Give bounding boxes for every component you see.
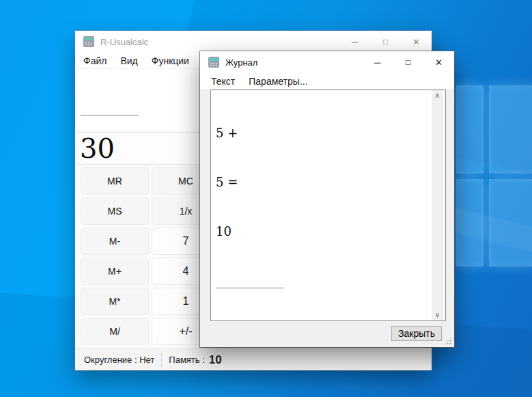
status-memory-label: Память : bbox=[169, 355, 205, 365]
windows-logo-pane bbox=[489, 179, 532, 266]
calculator-caption-buttons: ─ □ ✕ bbox=[339, 31, 432, 53]
minimize-icon[interactable]: ─ bbox=[362, 51, 393, 73]
calculator-window-title: R-Usualcalc bbox=[100, 37, 148, 47]
button-m-plus[interactable]: M+ bbox=[81, 258, 149, 285]
calculator-titlebar[interactable]: R-Usualcalc ─ □ ✕ bbox=[75, 31, 432, 53]
vertical-scrollbar[interactable]: ∧ ∨ bbox=[432, 90, 443, 320]
windows-logo-pane bbox=[489, 85, 532, 174]
journal-text-area[interactable]: 5 + 5 = 10 ___________ 10 + 20 = 30 bbox=[210, 90, 446, 321]
close-icon[interactable]: ✕ bbox=[423, 51, 454, 73]
journal-line: 5 + bbox=[216, 125, 429, 141]
journal-window-title: Журнал bbox=[225, 57, 257, 68]
menu-parameters[interactable]: Параметры... bbox=[242, 76, 314, 87]
resize-grip[interactable] bbox=[443, 336, 452, 345]
scroll-down-icon[interactable]: ∨ bbox=[435, 312, 440, 318]
menu-view[interactable]: Вид bbox=[113, 55, 144, 66]
close-icon[interactable]: ✕ bbox=[401, 31, 432, 53]
journal-line: 10 bbox=[216, 223, 429, 240]
journal-line: 5 = bbox=[216, 174, 429, 191]
button-ms[interactable]: MS bbox=[81, 197, 149, 225]
minimize-icon[interactable]: ─ bbox=[339, 31, 370, 53]
button-m-minus[interactable]: M- bbox=[81, 228, 149, 255]
button-mr[interactable]: MR bbox=[81, 167, 149, 195]
journal-titlebar[interactable]: Журнал ─ □ ✕ bbox=[200, 51, 454, 73]
journal-menubar: Текст Параметры... bbox=[200, 73, 454, 90]
windows-logo-pane bbox=[456, 85, 484, 174]
journal-caption-buttons: ─ □ ✕ bbox=[362, 51, 454, 73]
menu-functions[interactable]: Функции bbox=[145, 55, 196, 66]
windows-logo-pane bbox=[456, 179, 484, 266]
button-m-multiply[interactable]: M* bbox=[81, 288, 149, 315]
journal-app-icon bbox=[208, 57, 219, 68]
menu-file[interactable]: Файл bbox=[76, 55, 113, 66]
maximize-icon[interactable]: □ bbox=[393, 51, 423, 73]
journal-window: Журнал ─ □ ✕ Текст Параметры... 5 + 5 = … bbox=[200, 51, 454, 347]
calculator-statusbar: Округление : Нет Память : 10 bbox=[75, 348, 432, 370]
status-memory-value: 10 bbox=[209, 353, 222, 367]
calculator-app-icon bbox=[83, 36, 94, 47]
status-rounding: Округление : Нет bbox=[84, 355, 154, 365]
maximize-icon[interactable]: □ bbox=[370, 31, 401, 53]
button-m-divide[interactable]: M/ bbox=[81, 318, 149, 345]
menu-text[interactable]: Текст bbox=[204, 76, 242, 87]
scroll-up-icon[interactable]: ∧ bbox=[435, 92, 440, 99]
journal-line: ___________ bbox=[216, 273, 429, 289]
close-journal-button[interactable]: Закрыть bbox=[391, 326, 442, 341]
status-separator bbox=[161, 353, 162, 367]
